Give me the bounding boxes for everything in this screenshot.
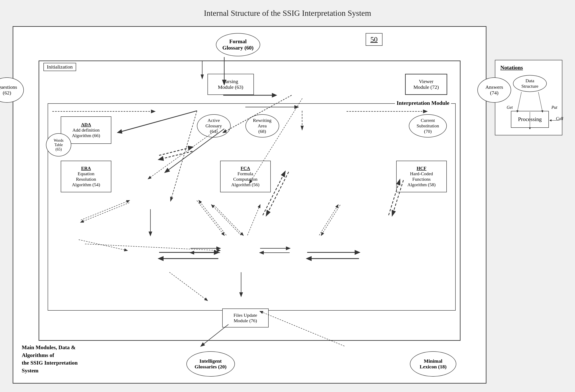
files-update-label: Files Update Module (76) — [234, 313, 257, 323]
words-table-label: Words Table (65) — [54, 138, 64, 152]
questions-ellipse: Questions (62) — [0, 77, 24, 103]
era-box: ERA Equation Resolution Algorithm (54) — [61, 161, 111, 192]
formal-glossary-label: Formal Glossary (60) — [222, 38, 253, 51]
hcf-box: HCF Hard-Coded Functions Algorithm (58) — [396, 161, 447, 192]
parsing-module-box: Parsing Module (63) — [208, 74, 254, 95]
svg-line-44 — [538, 92, 543, 112]
interpretation-module-box: Interpretation Module ADA Add definition… — [48, 103, 456, 311]
fca-label: FCA — [231, 166, 260, 171]
rewriting-area-label: Rewriting Area (68) — [253, 118, 272, 134]
bottom-label: Main Modules, Data & Algorithms of the S… — [22, 344, 89, 374]
hcf-label: HCF — [407, 166, 436, 171]
rewriting-area-ellipse: Rewriting Area (68) — [245, 114, 279, 138]
bottom-label-line1: Main Modules, Data & Algorithms of — [22, 344, 89, 359]
minimal-lexicon-label: MinimalLexicon (18) — [420, 358, 446, 369]
ada-label: ADA — [72, 122, 100, 127]
svg-line-1 — [159, 151, 192, 159]
initialization-label: Initialization — [44, 63, 76, 71]
current-substitution-label: Current Substitution (70) — [417, 118, 439, 134]
diagram-area: Formal Glossary (60) 50 Questions (62) A… — [13, 26, 486, 384]
notations-title: Notations — [500, 65, 557, 71]
parsing-module-label: Parsing Module (63) — [218, 79, 243, 90]
page-title: Internal Structure of the SSIG Interpret… — [13, 8, 562, 18]
inner-main-box: Initialization Parsing Module (63) Viewe… — [39, 61, 460, 341]
notations-put-label: Put — [551, 105, 557, 110]
notations-container: Notations Data Structure Processing Get … — [495, 60, 562, 135]
notations-data-structure-label: Data Structure — [522, 78, 539, 89]
notations-inner: Data Structure Processing Get Put Call — [500, 75, 559, 130]
number-50-box: 50 — [366, 33, 383, 46]
hcf-text: Hard-Coded Functions Algorithm (58) — [407, 171, 436, 187]
fca-text: Formula Computation Algorithm (56) — [231, 171, 260, 187]
era-text: Equation Resolution Algorithm (54) — [72, 171, 100, 187]
files-update-box: Files Update Module (76) — [222, 309, 269, 327]
questions-label: Questions (62) — [0, 84, 17, 96]
era-label: ERA — [72, 166, 100, 171]
notations-call-label: Call — [556, 116, 563, 121]
viewer-module-label: Viewer Module (72) — [413, 79, 439, 90]
formal-glossary-ellipse: Formal Glossary (60) — [216, 33, 260, 56]
notations-get-label: Get — [507, 105, 513, 110]
words-table-ellipse: Words Table (65) — [46, 133, 71, 156]
ada-text: Add definition Algorithm (66) — [72, 127, 100, 138]
bottom-label-line2: the SSIG Interpretation System — [22, 359, 89, 374]
intel-glossaries-label: IntelligentGlossaries (20) — [195, 358, 226, 369]
viewer-module-box: Viewer Module (72) — [405, 74, 447, 95]
svg-line-0 — [159, 147, 192, 155]
active-glossary-label: Active Glossary (64) — [205, 118, 222, 134]
notations-data-structure-ellipse: Data Structure — [513, 75, 547, 92]
interpretation-module-label: Interpretation Module — [395, 100, 451, 106]
intelligent-glossaries-ellipse: IntelligentGlossaries (20) — [186, 351, 235, 377]
active-glossary-ellipse: Active Glossary (64) — [197, 114, 231, 138]
current-substitution-ellipse: Current Substitution (70) — [409, 114, 447, 138]
number-50-label: 50 — [370, 35, 378, 44]
svg-line-43 — [517, 92, 522, 112]
notations-processing-box: Processing — [511, 111, 549, 128]
notations-section: Notations Data Structure Processing Get … — [495, 26, 562, 384]
minimal-lexicon-ellipse: MinimalLexicon (18) — [410, 351, 456, 377]
fca-box: FCA Formula Computation Algorithm (56) — [220, 161, 271, 192]
notations-processing-label: Processing — [518, 116, 542, 122]
